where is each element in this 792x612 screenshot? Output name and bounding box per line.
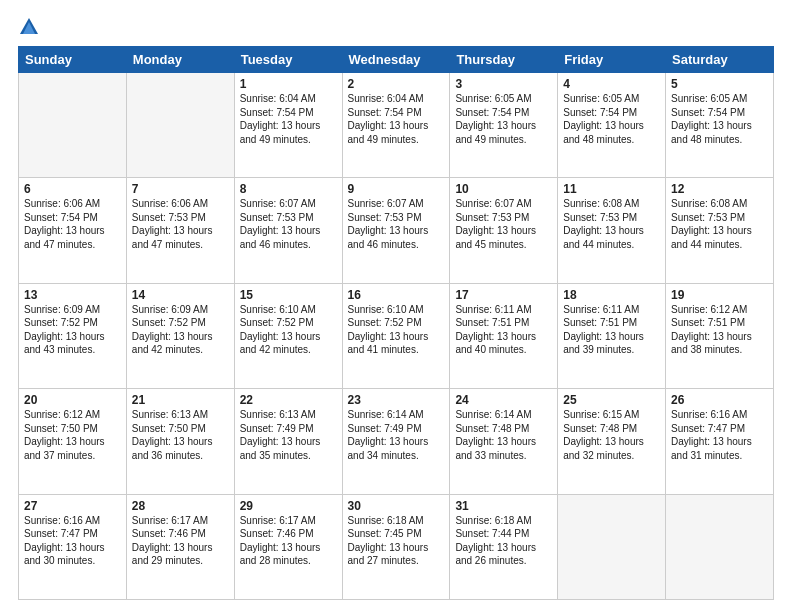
week-row-4: 20Sunrise: 6:12 AM Sunset: 7:50 PM Dayli… xyxy=(19,389,774,494)
day-info: Sunrise: 6:12 AM Sunset: 7:51 PM Dayligh… xyxy=(671,303,768,357)
day-cell: 21Sunrise: 6:13 AM Sunset: 7:50 PM Dayli… xyxy=(126,389,234,494)
day-number: 30 xyxy=(348,499,445,513)
day-number: 23 xyxy=(348,393,445,407)
day-cell: 31Sunrise: 6:18 AM Sunset: 7:44 PM Dayli… xyxy=(450,494,558,599)
day-info: Sunrise: 6:16 AM Sunset: 7:47 PM Dayligh… xyxy=(671,408,768,462)
day-number: 8 xyxy=(240,182,337,196)
day-cell xyxy=(666,494,774,599)
day-number: 13 xyxy=(24,288,121,302)
day-info: Sunrise: 6:07 AM Sunset: 7:53 PM Dayligh… xyxy=(240,197,337,251)
day-info: Sunrise: 6:04 AM Sunset: 7:54 PM Dayligh… xyxy=(348,92,445,146)
day-number: 25 xyxy=(563,393,660,407)
week-row-1: 1Sunrise: 6:04 AM Sunset: 7:54 PM Daylig… xyxy=(19,73,774,178)
day-cell: 14Sunrise: 6:09 AM Sunset: 7:52 PM Dayli… xyxy=(126,283,234,388)
day-info: Sunrise: 6:11 AM Sunset: 7:51 PM Dayligh… xyxy=(455,303,552,357)
day-number: 26 xyxy=(671,393,768,407)
day-info: Sunrise: 6:07 AM Sunset: 7:53 PM Dayligh… xyxy=(455,197,552,251)
day-info: Sunrise: 6:16 AM Sunset: 7:47 PM Dayligh… xyxy=(24,514,121,568)
day-cell: 24Sunrise: 6:14 AM Sunset: 7:48 PM Dayli… xyxy=(450,389,558,494)
day-info: Sunrise: 6:10 AM Sunset: 7:52 PM Dayligh… xyxy=(240,303,337,357)
day-number: 12 xyxy=(671,182,768,196)
day-cell: 7Sunrise: 6:06 AM Sunset: 7:53 PM Daylig… xyxy=(126,178,234,283)
day-info: Sunrise: 6:05 AM Sunset: 7:54 PM Dayligh… xyxy=(671,92,768,146)
day-info: Sunrise: 6:13 AM Sunset: 7:49 PM Dayligh… xyxy=(240,408,337,462)
day-info: Sunrise: 6:18 AM Sunset: 7:44 PM Dayligh… xyxy=(455,514,552,568)
day-info: Sunrise: 6:09 AM Sunset: 7:52 PM Dayligh… xyxy=(132,303,229,357)
day-info: Sunrise: 6:05 AM Sunset: 7:54 PM Dayligh… xyxy=(455,92,552,146)
day-info: Sunrise: 6:12 AM Sunset: 7:50 PM Dayligh… xyxy=(24,408,121,462)
day-number: 15 xyxy=(240,288,337,302)
day-number: 22 xyxy=(240,393,337,407)
day-cell: 10Sunrise: 6:07 AM Sunset: 7:53 PM Dayli… xyxy=(450,178,558,283)
day-number: 28 xyxy=(132,499,229,513)
day-cell: 15Sunrise: 6:10 AM Sunset: 7:52 PM Dayli… xyxy=(234,283,342,388)
day-cell: 26Sunrise: 6:16 AM Sunset: 7:47 PM Dayli… xyxy=(666,389,774,494)
day-cell: 18Sunrise: 6:11 AM Sunset: 7:51 PM Dayli… xyxy=(558,283,666,388)
day-info: Sunrise: 6:11 AM Sunset: 7:51 PM Dayligh… xyxy=(563,303,660,357)
day-info: Sunrise: 6:18 AM Sunset: 7:45 PM Dayligh… xyxy=(348,514,445,568)
day-number: 21 xyxy=(132,393,229,407)
day-info: Sunrise: 6:06 AM Sunset: 7:54 PM Dayligh… xyxy=(24,197,121,251)
day-info: Sunrise: 6:06 AM Sunset: 7:53 PM Dayligh… xyxy=(132,197,229,251)
day-number: 20 xyxy=(24,393,121,407)
day-cell: 27Sunrise: 6:16 AM Sunset: 7:47 PM Dayli… xyxy=(19,494,127,599)
day-info: Sunrise: 6:13 AM Sunset: 7:50 PM Dayligh… xyxy=(132,408,229,462)
day-info: Sunrise: 6:04 AM Sunset: 7:54 PM Dayligh… xyxy=(240,92,337,146)
day-info: Sunrise: 6:17 AM Sunset: 7:46 PM Dayligh… xyxy=(240,514,337,568)
header-cell-tuesday: Tuesday xyxy=(234,47,342,73)
day-info: Sunrise: 6:07 AM Sunset: 7:53 PM Dayligh… xyxy=(348,197,445,251)
day-cell: 1Sunrise: 6:04 AM Sunset: 7:54 PM Daylig… xyxy=(234,73,342,178)
day-cell: 3Sunrise: 6:05 AM Sunset: 7:54 PM Daylig… xyxy=(450,73,558,178)
day-number: 9 xyxy=(348,182,445,196)
day-number: 29 xyxy=(240,499,337,513)
day-info: Sunrise: 6:15 AM Sunset: 7:48 PM Dayligh… xyxy=(563,408,660,462)
day-cell: 30Sunrise: 6:18 AM Sunset: 7:45 PM Dayli… xyxy=(342,494,450,599)
day-info: Sunrise: 6:08 AM Sunset: 7:53 PM Dayligh… xyxy=(563,197,660,251)
day-number: 27 xyxy=(24,499,121,513)
day-info: Sunrise: 6:08 AM Sunset: 7:53 PM Dayligh… xyxy=(671,197,768,251)
header-cell-monday: Monday xyxy=(126,47,234,73)
header-row: SundayMondayTuesdayWednesdayThursdayFrid… xyxy=(19,47,774,73)
day-number: 7 xyxy=(132,182,229,196)
day-cell: 25Sunrise: 6:15 AM Sunset: 7:48 PM Dayli… xyxy=(558,389,666,494)
day-cell: 9Sunrise: 6:07 AM Sunset: 7:53 PM Daylig… xyxy=(342,178,450,283)
header-cell-sunday: Sunday xyxy=(19,47,127,73)
day-cell xyxy=(558,494,666,599)
day-number: 19 xyxy=(671,288,768,302)
day-number: 14 xyxy=(132,288,229,302)
day-number: 11 xyxy=(563,182,660,196)
day-cell: 19Sunrise: 6:12 AM Sunset: 7:51 PM Dayli… xyxy=(666,283,774,388)
day-number: 1 xyxy=(240,77,337,91)
day-number: 24 xyxy=(455,393,552,407)
day-number: 31 xyxy=(455,499,552,513)
calendar-header: SundayMondayTuesdayWednesdayThursdayFrid… xyxy=(19,47,774,73)
day-number: 3 xyxy=(455,77,552,91)
day-info: Sunrise: 6:05 AM Sunset: 7:54 PM Dayligh… xyxy=(563,92,660,146)
header-cell-wednesday: Wednesday xyxy=(342,47,450,73)
day-number: 16 xyxy=(348,288,445,302)
header-cell-saturday: Saturday xyxy=(666,47,774,73)
week-row-2: 6Sunrise: 6:06 AM Sunset: 7:54 PM Daylig… xyxy=(19,178,774,283)
day-info: Sunrise: 6:17 AM Sunset: 7:46 PM Dayligh… xyxy=(132,514,229,568)
day-cell: 4Sunrise: 6:05 AM Sunset: 7:54 PM Daylig… xyxy=(558,73,666,178)
day-cell: 12Sunrise: 6:08 AM Sunset: 7:53 PM Dayli… xyxy=(666,178,774,283)
top-header xyxy=(18,16,774,38)
page: SundayMondayTuesdayWednesdayThursdayFrid… xyxy=(0,0,792,612)
logo xyxy=(18,16,44,38)
day-number: 4 xyxy=(563,77,660,91)
day-info: Sunrise: 6:09 AM Sunset: 7:52 PM Dayligh… xyxy=(24,303,121,357)
day-cell: 13Sunrise: 6:09 AM Sunset: 7:52 PM Dayli… xyxy=(19,283,127,388)
day-number: 10 xyxy=(455,182,552,196)
day-number: 17 xyxy=(455,288,552,302)
logo-icon xyxy=(18,16,40,38)
day-cell: 11Sunrise: 6:08 AM Sunset: 7:53 PM Dayli… xyxy=(558,178,666,283)
day-cell: 17Sunrise: 6:11 AM Sunset: 7:51 PM Dayli… xyxy=(450,283,558,388)
header-cell-thursday: Thursday xyxy=(450,47,558,73)
day-number: 5 xyxy=(671,77,768,91)
day-cell: 23Sunrise: 6:14 AM Sunset: 7:49 PM Dayli… xyxy=(342,389,450,494)
day-cell: 28Sunrise: 6:17 AM Sunset: 7:46 PM Dayli… xyxy=(126,494,234,599)
day-info: Sunrise: 6:14 AM Sunset: 7:49 PM Dayligh… xyxy=(348,408,445,462)
week-row-3: 13Sunrise: 6:09 AM Sunset: 7:52 PM Dayli… xyxy=(19,283,774,388)
day-cell: 8Sunrise: 6:07 AM Sunset: 7:53 PM Daylig… xyxy=(234,178,342,283)
day-cell: 20Sunrise: 6:12 AM Sunset: 7:50 PM Dayli… xyxy=(19,389,127,494)
